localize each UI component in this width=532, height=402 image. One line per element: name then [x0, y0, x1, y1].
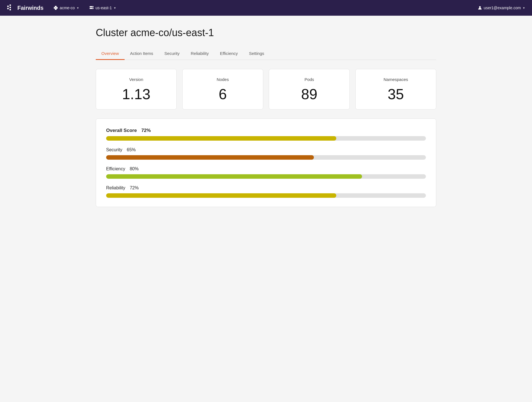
stat-cards: Version 1.13 Nodes 6 Pods 89 Namespaces …	[96, 69, 436, 110]
fairwinds-icon	[7, 4, 15, 12]
security-score-label: Security	[106, 147, 122, 152]
stat-value-nodes: 6	[189, 87, 256, 101]
stat-card-version: Version 1.13	[96, 69, 177, 110]
stat-label-pods: Pods	[276, 77, 343, 82]
stat-card-pods: Pods 89	[269, 69, 350, 110]
brand-name: Fairwinds	[17, 5, 43, 11]
server-icon	[89, 6, 94, 10]
svg-point-13	[479, 6, 481, 8]
score-header-security: Security 65%	[106, 147, 426, 152]
overall-score-label: Overall Score	[106, 128, 137, 133]
region-dropdown[interactable]: us-east-1 ▼	[87, 4, 118, 11]
score-header-overall: Overall Score 72%	[106, 128, 426, 133]
overall-progress-fill	[106, 136, 336, 141]
efficiency-score-value: 80%	[130, 166, 139, 171]
user-chevron-icon: ▼	[522, 6, 525, 10]
tabs: Overview Action Items Security Reliabili…	[96, 48, 436, 60]
reliability-progress-bg	[106, 193, 426, 198]
stat-label-nodes: Nodes	[189, 77, 256, 82]
stat-value-pods: 89	[276, 87, 343, 101]
tab-security[interactable]: Security	[159, 48, 185, 60]
org-icon	[53, 6, 58, 10]
svg-point-12	[92, 8, 93, 9]
stat-card-namespaces: Namespaces 35	[355, 69, 436, 110]
security-progress-fill	[106, 155, 314, 160]
region-chevron-icon: ▼	[113, 6, 116, 10]
svg-rect-0	[7, 6, 9, 7]
reliability-progress-fill	[106, 193, 336, 198]
reliability-score-value: 72%	[130, 185, 139, 190]
tab-action-items[interactable]: Action Items	[125, 48, 159, 60]
org-name: acme-co	[60, 6, 75, 10]
efficiency-progress-bg	[106, 174, 426, 179]
brand-logo[interactable]: Fairwinds	[7, 4, 43, 12]
tab-overview[interactable]: Overview	[96, 48, 125, 60]
svg-rect-8	[55, 8, 57, 10]
stat-label-namespaces: Namespaces	[362, 77, 429, 82]
score-header-efficiency: Efficiency 80%	[106, 166, 426, 171]
page-title: Cluster acme-co/us-east-1	[96, 27, 436, 39]
score-header-reliability: Reliability 72%	[106, 185, 426, 190]
overall-progress-bg	[106, 136, 426, 141]
org-chevron-icon: ▼	[76, 6, 79, 10]
reliability-score-label: Reliability	[106, 185, 125, 190]
overall-score-value: 72%	[141, 128, 151, 133]
stat-label-version: Version	[103, 77, 170, 82]
svg-rect-3	[10, 7, 11, 8]
user-email: user1@example.com	[484, 6, 521, 10]
security-score-value: 65%	[127, 147, 136, 152]
efficiency-score-label: Efficiency	[106, 166, 125, 171]
tab-settings[interactable]: Settings	[243, 48, 270, 60]
score-row-efficiency: Efficiency 80%	[106, 166, 426, 179]
score-card: Overall Score 72% Security 65% Efficienc…	[96, 118, 436, 207]
svg-point-11	[92, 6, 93, 7]
stat-value-namespaces: 35	[362, 87, 429, 101]
svg-rect-4	[10, 9, 11, 10]
svg-rect-1	[7, 8, 9, 9]
tab-efficiency[interactable]: Efficiency	[214, 48, 243, 60]
region-name: us-east-1	[95, 6, 112, 10]
user-menu[interactable]: user1@example.com ▼	[478, 6, 525, 10]
stat-card-nodes: Nodes 6	[182, 69, 263, 110]
score-row-security: Security 65%	[106, 147, 426, 160]
svg-rect-7	[55, 6, 57, 8]
navbar: Fairwinds acme-co ▼ us-east-1 ▼	[0, 0, 532, 16]
tab-reliability[interactable]: Reliability	[185, 48, 214, 60]
user-icon	[478, 6, 482, 10]
svg-rect-2	[10, 4, 11, 6]
stat-value-version: 1.13	[103, 87, 170, 101]
org-dropdown[interactable]: acme-co ▼	[51, 4, 81, 11]
security-progress-bg	[106, 155, 426, 160]
navbar-controls: acme-co ▼ us-east-1 ▼	[51, 4, 477, 11]
score-row-overall: Overall Score 72%	[106, 128, 426, 141]
score-row-reliability: Reliability 72%	[106, 185, 426, 198]
main-content: Cluster acme-co/us-east-1 Overview Actio…	[87, 16, 445, 224]
efficiency-progress-fill	[106, 174, 362, 179]
